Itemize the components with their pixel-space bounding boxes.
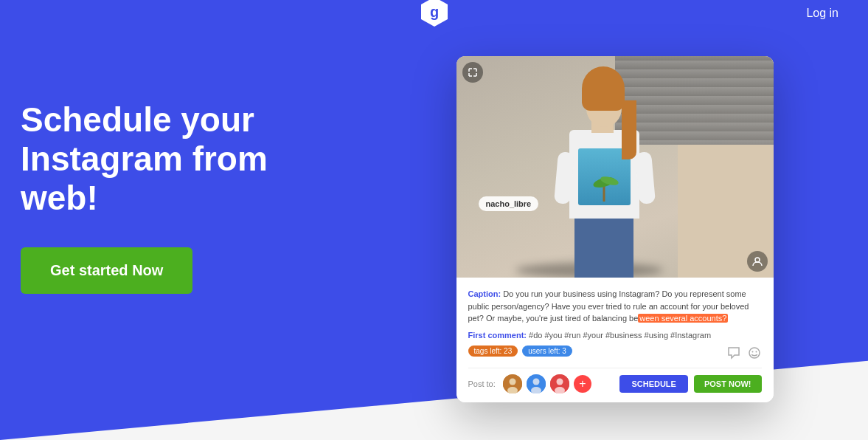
svg-text:g: g [429,4,438,20]
user-icon[interactable] [747,251,768,272]
caption-highlight: ween several accounts? [638,314,728,323]
svg-point-5 [755,351,757,352]
emoji-icon[interactable] [747,346,762,360]
svg-point-2 [755,258,760,262]
bottom-bar: Post to: [468,368,762,393]
header: g Log in [0,0,868,27]
tags-left-badge: tags left: 23 [468,346,518,357]
get-started-button[interactable]: Get started Now [21,247,192,294]
hero-title-line2: Instagram from web! [21,140,268,217]
svg-point-7 [509,378,515,385]
login-link[interactable]: Log in [806,7,839,20]
mockup-photo: nacho_libre [456,56,774,278]
post-now-button[interactable]: POST NOW! [694,375,762,393]
comment-icon[interactable] [726,346,741,360]
action-buttons: SCHEDULE POST NOW! [619,375,761,393]
hero-section: Schedule your Instagram from web! Get st… [0,27,868,408]
app-mockup: nacho_libre Caption: [456,56,774,402]
username-badge: nacho_libre [479,196,539,211]
expand-icon[interactable] [462,62,483,83]
avatar-3[interactable] [550,374,569,393]
schedule-button[interactable]: SCHEDULE [619,375,688,393]
hashtags: #do #you #run #your #business #using #In… [529,331,711,340]
svg-point-4 [751,351,753,352]
caption-row: Caption: Do you run your business using … [468,288,762,325]
post-to: Post to: [468,374,591,393]
add-account-button[interactable]: + [574,375,591,393]
tags-row: tags left: 23 users left: 3 [468,346,572,357]
svg-point-3 [749,348,760,358]
first-comment-row: First comment: #do #you #run #your #busi… [468,331,762,340]
mockup-panel: Caption: Do you run your business using … [456,278,774,402]
post-to-label: Post to: [468,379,496,388]
panel-icons [726,346,762,360]
hero-title: Schedule your Instagram from web! [21,100,353,218]
hero-left: Schedule your Instagram from web! Get st… [21,56,353,294]
avatar-1[interactable] [503,374,522,393]
users-left-badge: users left: 3 [522,346,572,357]
hero-title-line1: Schedule your [21,100,254,139]
svg-point-13 [556,378,563,385]
first-comment-label: First comment: [468,331,527,340]
svg-point-10 [532,378,539,385]
hero-right: nacho_libre Caption: [382,56,847,402]
logo-icon: g [418,0,451,28]
caption-label: Caption: [468,289,501,298]
avatar-2[interactable] [527,374,546,393]
